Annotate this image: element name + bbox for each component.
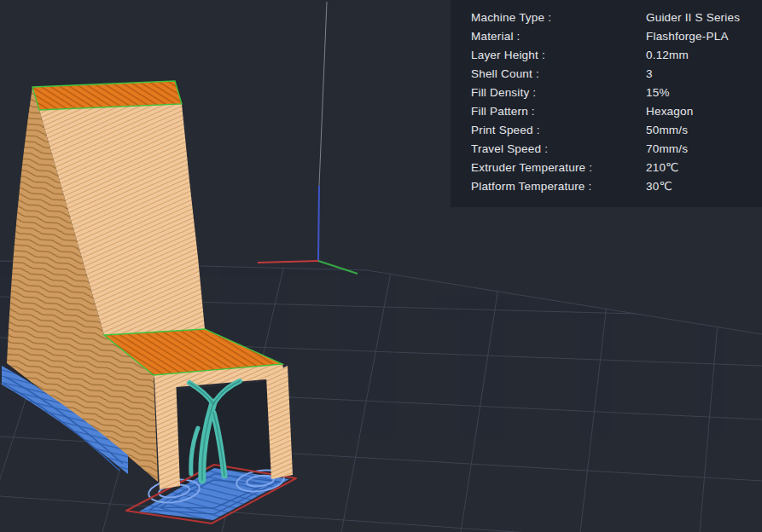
setting-value: Guider II S Series bbox=[646, 11, 740, 24]
model-right-leg bbox=[266, 366, 293, 479]
setting-value: 3 bbox=[646, 67, 653, 80]
model-left-leg bbox=[154, 376, 180, 489]
slicer-preview-window: Machine Type : Guider II S Series Materi… bbox=[0, 0, 762, 532]
setting-label: Fill Pattern : bbox=[471, 105, 646, 118]
grid-line bbox=[580, 254, 613, 532]
grid-line bbox=[0, 496, 762, 532]
setting-value: 15% bbox=[646, 86, 670, 99]
grid-line bbox=[461, 254, 503, 532]
setting-label: Travel Speed : bbox=[471, 142, 646, 155]
setting-value: 210℃ bbox=[646, 160, 679, 174]
grid-line bbox=[700, 254, 724, 532]
axis-z-line bbox=[318, 186, 319, 261]
setting-value: Flashforge-PLA bbox=[646, 30, 729, 43]
axis-y-line bbox=[318, 261, 358, 274]
axis-x-line bbox=[258, 261, 318, 263]
setting-label: Material : bbox=[471, 30, 646, 43]
setting-label: Machine Type : bbox=[471, 11, 646, 24]
setting-row-platform-temperature: Platform Temperature : 30℃ bbox=[451, 176, 762, 195]
setting-row-travel-speed: Travel Speed : 70mm/s bbox=[451, 139, 762, 158]
setting-value: 70mm/s bbox=[646, 142, 688, 155]
setting-label: Platform Temperature : bbox=[471, 180, 646, 193]
setting-row-material: Material : Flashforge-PLA bbox=[451, 26, 762, 45]
axis-up-line bbox=[319, 2, 327, 186]
setting-row-print-speed: Print Speed : 50mm/s bbox=[451, 120, 762, 139]
setting-row-extruder-temperature: Extruder Temperature : 210℃ bbox=[451, 158, 762, 176]
setting-value: 50mm/s bbox=[646, 124, 688, 136]
setting-value: 30℃ bbox=[646, 179, 672, 193]
setting-row-fill-pattern: Fill Pattern : Hexagon bbox=[451, 101, 762, 120]
setting-label: Shell Count : bbox=[471, 67, 646, 80]
setting-label: Layer Height : bbox=[471, 49, 646, 61]
setting-value: 0.12mm bbox=[646, 49, 689, 61]
setting-row-fill-density: Fill Density : 15% bbox=[451, 83, 762, 101]
origin-axes bbox=[258, 2, 358, 274]
setting-label: Print Speed : bbox=[471, 124, 646, 136]
setting-row-layer-height: Layer Height : 0.12mm bbox=[451, 45, 762, 64]
setting-label: Fill Density : bbox=[471, 86, 646, 99]
setting-row-machine-type: Machine Type : Guider II S Series bbox=[451, 8, 762, 26]
setting-value: Hexagon bbox=[646, 105, 693, 118]
sliced-model[interactable] bbox=[2, 81, 296, 523]
setting-row-shell-count: Shell Count : 3 bbox=[451, 64, 762, 83]
setting-label: Extruder Temperature : bbox=[471, 161, 646, 174]
grid-line bbox=[341, 254, 394, 532]
print-settings-panel: Machine Type : Guider II S Series Materi… bbox=[451, 0, 762, 207]
